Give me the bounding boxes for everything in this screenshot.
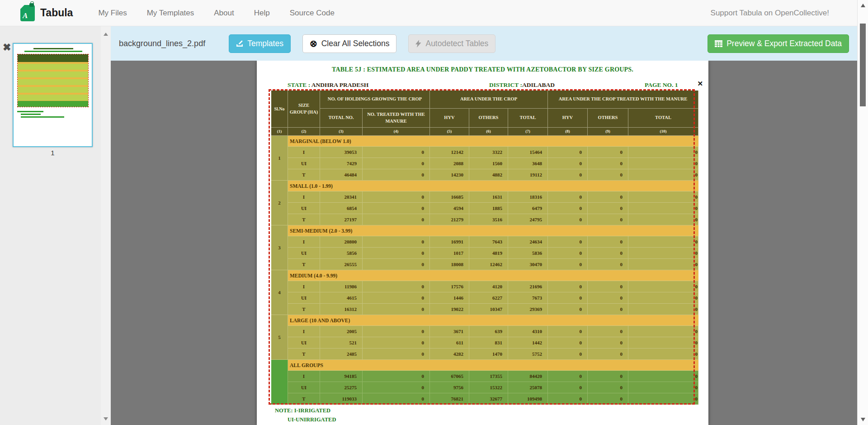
- thumb-table: [17, 54, 89, 107]
- selection-close-button[interactable]: ✕: [697, 80, 703, 88]
- brand-title[interactable]: Tabula: [40, 7, 73, 19]
- tabula-app: A Tabula My Files My Templates About Hel…: [0, 0, 868, 425]
- table-selection-rectangle[interactable]: [269, 89, 695, 405]
- page-1-thumbnail[interactable]: [13, 43, 93, 147]
- pdf-table-title: TABLE 5J : ESTIMATED AREA UNDER PADDY TR…: [257, 66, 708, 73]
- navbar: A Tabula My Files My Templates About Hel…: [0, 0, 857, 26]
- lightning-icon: [415, 40, 421, 48]
- scroll-down-arrow-icon[interactable]: [104, 417, 108, 420]
- export-label: Preview & Export Extracted Data: [726, 39, 842, 48]
- remove-page-icon[interactable]: ✖: [3, 43, 11, 53]
- templates-button[interactable]: Templates: [229, 34, 291, 53]
- scroll-up-arrow-icon[interactable]: [104, 33, 108, 36]
- thumb-title-line: [33, 48, 73, 49]
- preview-export-button[interactable]: Preview & Export Extracted Data: [708, 34, 849, 53]
- nav-links: My Files My Templates About Help Source …: [98, 9, 334, 18]
- state-label: STATE :: [288, 81, 310, 88]
- thumb-note-line: [21, 114, 41, 115]
- pdf-note-2: UI-UNIRRIGATED: [288, 416, 336, 423]
- district-value: ADILABAD: [522, 81, 555, 88]
- thumb-note-line: [17, 111, 43, 112]
- autodetect-label: Autodetect Tables: [425, 39, 488, 48]
- pdf-page-no: PAGE NO. 1: [645, 81, 678, 89]
- circle-x-icon: ⊗: [310, 39, 317, 48]
- nav-about[interactable]: About: [214, 9, 234, 18]
- page-fold-icon: [20, 5, 24, 9]
- pdf-district-line: DISTRICT :ADILABAD: [489, 81, 555, 89]
- scrollbar-down-arrow-icon[interactable]: [861, 418, 865, 421]
- thumb-table-footer: [18, 101, 88, 107]
- window-scrollbar: [857, 0, 868, 425]
- templates-label: Templates: [247, 39, 283, 48]
- document-filename: background_lines_2.pdf: [119, 39, 205, 48]
- thumb-note-line: [21, 116, 64, 118]
- clear-label: Clear All Selections: [321, 39, 390, 48]
- scrollbar-thumb[interactable]: [860, 24, 866, 106]
- scrollbar-up-arrow-icon[interactable]: [861, 4, 865, 7]
- templates-icon: [236, 40, 243, 47]
- pdf-page[interactable]: TABLE 5J : ESTIMATED AREA UNDER PADDY TR…: [257, 61, 708, 425]
- thumb-table-header: [18, 54, 88, 62]
- pdf-state-line: STATE : ANDHRA PRADESH: [288, 81, 368, 89]
- document-area: TABLE 5J : ESTIMATED AREA UNDER PADDY TR…: [111, 61, 857, 425]
- content-row: ✖ 1 background_: [0, 26, 857, 425]
- district-label: DISTRICT :: [489, 81, 522, 88]
- page-thumbnails-sidebar: ✖ 1: [0, 26, 101, 425]
- state-value: ANDHRA PRADESH: [311, 81, 368, 88]
- table-grid-icon: [715, 40, 722, 47]
- autodetect-tables-button[interactable]: Autodetect Tables: [408, 34, 495, 53]
- clear-all-selections-button[interactable]: ⊗ Clear All Selections: [302, 34, 397, 53]
- support-link[interactable]: Support Tabula on OpenCollective!: [711, 9, 829, 18]
- thumb-table-body: [18, 62, 88, 101]
- nav-help[interactable]: Help: [254, 9, 270, 18]
- nav-my-files[interactable]: My Files: [98, 9, 127, 18]
- main-column: background_lines_2.pdf Templates ⊗ Clear…: [111, 26, 857, 425]
- thumbnail-page-number: 1: [13, 149, 93, 157]
- lock-icon: [29, 3, 34, 7]
- tabula-logo-icon[interactable]: A: [20, 5, 35, 21]
- nav-my-templates[interactable]: My Templates: [147, 9, 194, 18]
- thumb-subtitle-line: [24, 51, 82, 52]
- sidebar-scrollbar: [101, 26, 111, 425]
- logo-glyph: A: [23, 11, 28, 20]
- toolbar: background_lines_2.pdf Templates ⊗ Clear…: [111, 26, 857, 61]
- nav-source-code[interactable]: Source Code: [290, 9, 335, 18]
- pdf-note-1: NOTE: I-IRRIGATED: [275, 407, 330, 414]
